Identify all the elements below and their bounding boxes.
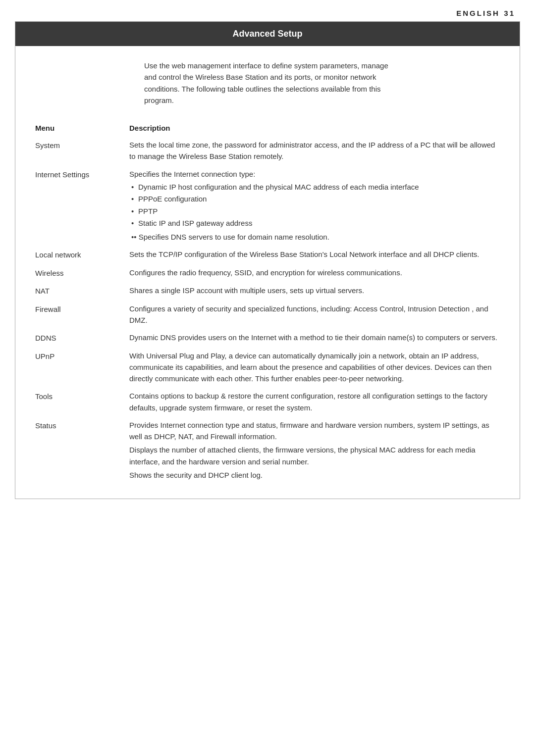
content-area: Use the web management interface to defi… (15, 46, 520, 499)
desc-firewall: Configures a variety of security and spe… (129, 303, 520, 326)
menu-item-local-network: Local network (15, 249, 129, 261)
menu-item-internet-settings: Internet Settings (15, 168, 129, 181)
status-desc-1: Provides Internet connection type and st… (129, 419, 500, 443)
menu-item-system: System (15, 139, 129, 151)
bullet-item: Dynamic IP host configuration and the ph… (129, 182, 500, 193)
desc-nat: Shares a single ISP account with multipl… (129, 285, 520, 296)
menu-table: Menu Description System Sets the local t… (15, 120, 520, 499)
menu-item-upnp: UPnP (15, 350, 129, 362)
table-header-row: Menu Description (15, 120, 520, 136)
intro-text: Use the web management interface to defi… (15, 46, 520, 120)
table-row: UPnP With Universal Plug and Play, a dev… (15, 347, 520, 388)
status-desc-2: Displays the number of attached clients,… (129, 444, 500, 467)
status-desc-3: Shows the security and DHCP client log. (129, 469, 500, 481)
table-row: Wireless Configures the radio frequency,… (15, 264, 520, 282)
table-row: Tools Contains options to backup & resto… (15, 387, 520, 416)
page-number: 31 (504, 9, 515, 17)
page-language: ENGLISH (456, 9, 500, 17)
menu-item-tools: Tools (15, 390, 129, 403)
table-row: Local network Sets the TCP/IP configurat… (15, 246, 520, 264)
col-menu-header: Menu (15, 124, 129, 132)
internet-desc-prefix: Specifies the Internet connection type: (129, 170, 255, 178)
bullet-item: PPPoE configuration (129, 194, 500, 205)
desc-wireless: Configures the radio frequency, SSID, an… (129, 267, 520, 278)
table-row: System Sets the local time zone, the pas… (15, 136, 520, 165)
bullet-item: Static IP and ISP gateway address (129, 218, 500, 229)
dns-note: •• Specifies DNS servers to use for doma… (129, 231, 500, 243)
table-row: Status Provides Internet connection type… (15, 416, 520, 484)
desc-upnp: With Universal Plug and Play, a device c… (129, 350, 520, 385)
section-title: Advanced Setup (15, 22, 520, 46)
desc-tools: Contains options to backup & restore the… (129, 390, 520, 413)
table-row: DDNS Dynamic DNS provides users on the I… (15, 329, 520, 347)
table-row: Internet Settings Specifies the Internet… (15, 165, 520, 246)
desc-system: Sets the local time zone, the password f… (129, 139, 520, 162)
bullet-item: PPTP (129, 206, 500, 217)
main-content-box: Advanced Setup Use the web management in… (15, 21, 520, 499)
desc-ddns: Dynamic DNS provides users on the Intern… (129, 332, 520, 343)
desc-internet-settings: Specifies the Internet connection type: … (129, 168, 520, 243)
table-row: NAT Shares a single ISP account with mul… (15, 282, 520, 300)
desc-local-network: Sets the TCP/IP configuration of the Wir… (129, 249, 520, 260)
table-row: Firewall Configures a variety of securit… (15, 300, 520, 329)
menu-item-nat: NAT (15, 285, 129, 297)
internet-bullets: Dynamic IP host configuration and the ph… (129, 182, 500, 229)
menu-item-status: Status (15, 419, 129, 432)
menu-item-firewall: Firewall (15, 303, 129, 315)
menu-item-ddns: DDNS (15, 332, 129, 344)
col-desc-header: Description (129, 124, 520, 132)
desc-status: Provides Internet connection type and st… (129, 419, 520, 481)
menu-item-wireless: Wireless (15, 267, 129, 279)
